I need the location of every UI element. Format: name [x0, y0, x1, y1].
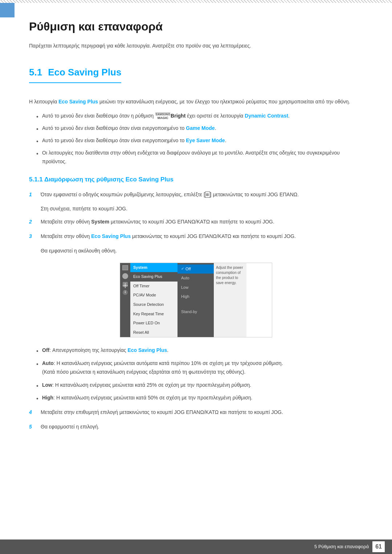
option-high[interactable]: High — [177, 292, 214, 301]
eye-saver-bold: Eye Saver Mode — [186, 138, 225, 143]
option-standby[interactable]: Stand-by — [177, 307, 214, 317]
subsection-heading: 5.1.1 Διαμόρφωση της ρύθμισης Eco Saving… — [29, 175, 363, 184]
auto-label: Auto — [42, 360, 54, 366]
step-number-3: 3 — [29, 232, 38, 241]
footer-page-number: 61 — [372, 541, 385, 552]
monitor-icon-info: i — [123, 290, 128, 295]
auto-sub: (Κατά πόσο μειώνεται η κατανάλωση ενέργε… — [42, 369, 246, 375]
game-mode-bold: Game Mode — [186, 125, 215, 131]
option-auto[interactable]: Auto — [177, 274, 214, 283]
menu-item-resetall[interactable]: Reset All — [130, 328, 177, 337]
steps-cont-list: 4 Μεταβείτε στην επιθυμητή επιλογή μετακ… — [29, 408, 363, 431]
bullet-4: Οι λειτουργίες που διατίθενται στην οθόν… — [36, 149, 363, 166]
monitor-options-col: ✔ Off Auto Low High Stand-by — [177, 263, 214, 337]
monitor-hint-col: Adjust the power consumption of the prod… — [214, 263, 246, 337]
monitor-ui: i System Eco Saving Plus Off Timer PC/AV… — [120, 263, 272, 338]
option-low[interactable]: Low — [177, 283, 214, 292]
step-number-2: 2 — [29, 218, 38, 226]
gear-svg — [123, 283, 128, 288]
step-number-5: 5 — [29, 423, 38, 431]
main-bullet-list: Αυτό το μενού δεν είναι διαθέσιμο όταν η… — [36, 112, 363, 166]
monitor-icon-display — [122, 265, 128, 270]
eco-saving-bold-3: Eco Saving Plus — [91, 233, 131, 239]
menu-item-powerled[interactable]: Power LED On — [130, 319, 177, 328]
footer-text: 5 Ρύθμιση και επαναφορά — [314, 543, 369, 551]
step-5-content: Θα εφαρμοστεί η επιλογή. — [41, 423, 363, 431]
step-1-sub: Στη συνέχεια, πατήστε το κουμπί JOG. — [41, 205, 363, 213]
monitor-icon-gear — [123, 282, 128, 287]
section-number: 5.1 — [29, 67, 42, 78]
low-label: Low — [42, 382, 52, 388]
magic-brand: SAMSUNG MAGIC — [155, 113, 170, 120]
bright-bold: Bright — [171, 113, 185, 119]
monitor-menu-col: System Eco Saving Plus Off Timer PC/AV M… — [130, 263, 177, 337]
step-4-content: Μεταβείτε στην επιθυμητή επιλογή μετακιν… — [41, 408, 363, 417]
menu-item-source[interactable]: Source Detection — [130, 300, 177, 309]
step-3: 3 Μεταβείτε στην οθόνη Eco Saving Plus μ… — [29, 232, 363, 241]
step-2: 2 Μεταβείτε στην οθόνη System μετακινώντ… — [29, 218, 363, 226]
section-5-1: 5.1Eco Saving Plus Η λειτουργία Eco Savi… — [29, 65, 363, 431]
intro-text: Παρέχεται λεπτομερής περιγραφή για κάθε … — [29, 42, 363, 50]
svg-point-0 — [124, 284, 126, 287]
eco-saving-option: Eco Saving Plus — [127, 347, 167, 353]
svg-rect-4 — [127, 285, 128, 286]
step-3-sub: Θα εμφανιστεί η ακόλουθη οθόνη. — [41, 247, 363, 255]
step-2-content: Μεταβείτε στην οθόνη System μετακινώντας… — [41, 218, 363, 226]
option-off[interactable]: ✔ Off — [177, 264, 214, 274]
off-label: Off — [42, 347, 49, 353]
svg-rect-1 — [125, 283, 126, 284]
page-footer: 5 Ρύθμιση και επαναφορά 61 — [0, 539, 392, 554]
section-heading: 5.1Eco Saving Plus — [29, 65, 121, 83]
monitor-icon-circle — [122, 273, 128, 279]
eco-saving-bold: Eco Saving Plus — [58, 99, 98, 104]
option-bullet-off: Off: Απενεργοποίηση της λειτουργίας Eco … — [36, 346, 363, 355]
step-1-content: Όταν εμφανιστεί ο οδηγός κουμπιών ρυθμιζ… — [41, 190, 363, 199]
menu-item-keyrepeat[interactable]: Key Repeat Time — [130, 309, 177, 319]
monitor-left-icons: i — [120, 263, 130, 337]
menu-header: System — [130, 263, 177, 272]
step-3-content: Μεταβείτε στην οθόνη Eco Saving Plus μετ… — [41, 232, 363, 241]
step-number-4: 4 — [29, 408, 38, 417]
menu-items-list: Eco Saving Plus Off Timer PC/AV Mode Sou… — [130, 272, 177, 337]
monitor-screenshot: i System Eco Saving Plus Off Timer PC/AV… — [29, 263, 363, 338]
step-5: 5 Θα εφαρμοστεί η επιλογή. — [29, 423, 363, 431]
subsection-number: 5.1.1 — [29, 176, 43, 183]
option-bullet-low: Low: Η κατανάλωση ενέργειας μειώνεται κα… — [36, 381, 363, 390]
system-bold: System — [91, 219, 109, 225]
high-label: High — [42, 395, 53, 401]
option-bullet-auto: Auto: Η κατανάλωση ενέργειας μειώνεται α… — [36, 359, 363, 377]
step-number-1: 1 — [29, 190, 38, 199]
bullet-1: Αυτό το μενού δεν είναι διαθέσιμο όταν η… — [36, 112, 363, 120]
steps-list: 1 Όταν εμφανιστεί ο οδηγός κουμπιών ρυθμ… — [29, 190, 363, 255]
description: Η λειτουργία Eco Saving Plus μειώνει την… — [29, 98, 363, 106]
bullet-3: Αυτό το μενού δεν είναι διαθέσιμο όταν ε… — [36, 136, 363, 145]
svg-rect-3 — [123, 285, 124, 286]
subsection-title: Διαμόρφωση της ρύθμισης Eco Saving Plus — [44, 176, 173, 183]
grid-icon: ⊞ — [205, 192, 210, 198]
option-bullet-high: High: Η κατανάλωση ενέργειας μειώνεται κ… — [36, 394, 363, 402]
dynamic-contrast-bold: Dynamic Contrast — [245, 113, 288, 119]
top-bar — [0, 0, 392, 3]
menu-item-pcav[interactable]: PC/AV Mode — [130, 291, 177, 300]
top-accent — [0, 3, 15, 17]
checkmark-off: ✔ — [181, 266, 184, 272]
main-title: Ρύθμιση και επαναφορά — [29, 17, 363, 36]
svg-rect-2 — [125, 287, 126, 288]
options-bullet-list: Off: Απενεργοποίηση της λειτουργίας Eco … — [36, 346, 363, 402]
bullet-2: Αυτό το μενού δεν είναι διαθέσιμο όταν ε… — [36, 124, 363, 133]
step-4: 4 Μεταβείτε στην επιθυμητή επιλογή μετακ… — [29, 408, 363, 417]
step-1: 1 Όταν εμφανιστεί ο οδηγός κουμπιών ρυθμ… — [29, 190, 363, 199]
menu-item-eco[interactable]: Eco Saving Plus — [130, 272, 177, 282]
section-title: Eco Saving Plus — [48, 67, 121, 78]
menu-item-offtimer[interactable]: Off Timer — [130, 282, 177, 291]
